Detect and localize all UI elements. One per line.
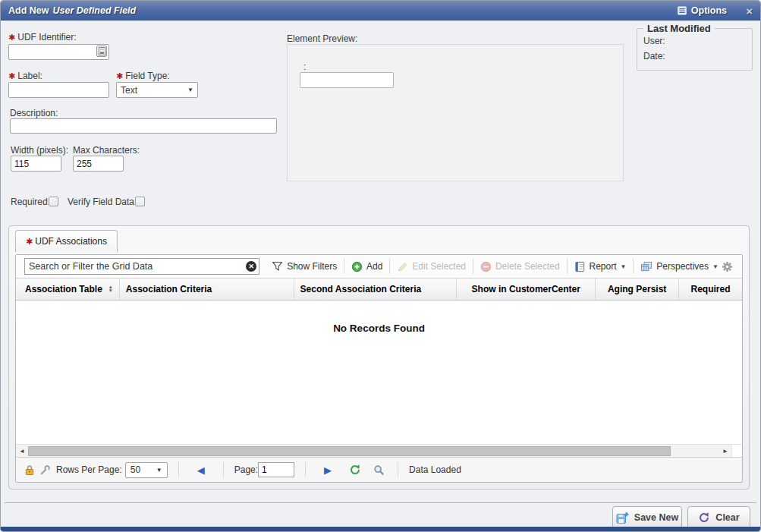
search-input[interactable]: [24, 258, 259, 275]
udf-associations-panel: ✱ UDF Associations ✕ Show Filters: [8, 225, 750, 490]
toolbar-separator: [389, 259, 390, 274]
titlebar: Add NewUser Defined Field Options ×: [1, 1, 760, 20]
udf-identifier-label: ✱UDF Identifier:: [8, 32, 77, 42]
last-modified-title: Last Modified: [643, 23, 715, 34]
verify-field-data-label: Verify Field Data:: [68, 197, 137, 207]
edit-selected-button[interactable]: Edit Selected: [394, 261, 469, 272]
perspectives-button[interactable]: Perspectives ▼: [637, 261, 722, 272]
toolbar-separator: [344, 259, 344, 274]
preview-input[interactable]: [300, 72, 394, 88]
add-udf-dialog: Add NewUser Defined Field Options × ✱UDF…: [0, 0, 761, 532]
empty-message: No Records Found: [16, 323, 742, 334]
rows-per-page-value: 50: [131, 464, 140, 475]
description-input[interactable]: [10, 118, 277, 134]
required-label: Required:: [11, 197, 50, 207]
report-icon: [574, 261, 586, 272]
rows-per-page-select[interactable]: 50 ▼: [125, 462, 168, 478]
pager-separator: [305, 462, 306, 477]
dialog-title-prefix: Add New: [8, 5, 49, 16]
options-list-icon: [677, 5, 687, 16]
report-button[interactable]: Report ▼: [571, 261, 630, 272]
next-page-icon[interactable]: ▶: [316, 464, 339, 476]
dialog-title-object: User Defined Field: [52, 5, 136, 16]
close-icon[interactable]: ×: [746, 2, 753, 19]
scrollbar-track[interactable]: [28, 445, 719, 457]
grid-toolbar: ✕ Show Filters Add: [16, 255, 742, 278]
field-type-label: ✱Field Type:: [116, 71, 170, 81]
delete-icon: [480, 261, 492, 272]
delete-selected-button[interactable]: Delete Selected: [477, 261, 563, 272]
element-preview-panel: :: [287, 44, 624, 181]
chevron-down-icon: ▼: [712, 263, 719, 270]
previous-page-icon[interactable]: ◀: [190, 464, 212, 476]
label-input[interactable]: [8, 82, 109, 98]
page-number-input[interactable]: [258, 462, 294, 477]
scrollbar-thumb[interactable]: [28, 446, 671, 456]
required-asterisk: ✱: [8, 71, 15, 80]
max-characters-input[interactable]: [73, 156, 124, 172]
required-asterisk: ✱: [8, 33, 15, 42]
horizontal-scrollbar: ◄ ►: [16, 444, 742, 457]
tab-udf-associations[interactable]: ✱ UDF Associations: [15, 230, 118, 252]
udf-identifier-field-wrap: [8, 44, 109, 60]
chevron-down-icon: ▼: [621, 263, 627, 270]
clear-button[interactable]: Clear: [687, 506, 750, 529]
delete-selected-label: Delete Selected: [495, 261, 560, 272]
perspectives-icon: [640, 261, 653, 272]
element-preview-label: Element Preview:: [287, 33, 357, 44]
pager-status: Data Loaded: [409, 464, 461, 475]
pager-separator: [178, 462, 179, 477]
show-filters-button[interactable]: Show Filters: [269, 261, 340, 272]
field-type-value: Text: [121, 85, 137, 96]
pager-separator: [223, 462, 224, 477]
lock-icon[interactable]: [22, 464, 37, 476]
verify-field-data-checkbox[interactable]: [135, 197, 145, 206]
picker-glyph-icon: [99, 47, 105, 55]
scroll-right-icon[interactable]: ►: [719, 445, 731, 457]
scroll-left-icon[interactable]: ◄: [16, 445, 28, 457]
toolbar-separator: [567, 259, 568, 274]
filter-funnel-icon: [272, 261, 283, 272]
clear-icon: [698, 512, 710, 524]
required-asterisk: ✱: [26, 237, 33, 247]
show-filters-label: Show Filters: [287, 261, 337, 272]
dialog-title: Add NewUser Defined Field: [8, 1, 136, 20]
last-modified-user: User:: [643, 36, 746, 46]
gear-icon: [722, 261, 733, 272]
column-header-second-association-criteria[interactable]: Second Association Criteria: [294, 279, 458, 300]
search-grid-icon[interactable]: [371, 464, 387, 476]
add-button[interactable]: Add: [348, 261, 385, 272]
required-checkbox[interactable]: [49, 197, 58, 206]
field-type-select[interactable]: Text ▼: [116, 82, 198, 98]
pager-separator: [398, 462, 398, 477]
last-modified-panel: Last Modified User: Date:: [637, 28, 753, 71]
grid-pager: Rows Per Page: 50 ▼ ◀ Page: ▶: [16, 457, 742, 482]
chevron-down-icon: ▼: [156, 467, 162, 474]
clear-label: Clear: [715, 512, 739, 523]
column-header-show-in-customercenter[interactable]: Show in CustomerCenter: [457, 279, 596, 300]
column-header-association-criteria[interactable]: Association Criteria: [120, 279, 294, 300]
footer-divider: [5, 502, 756, 503]
toolbar-separator: [473, 259, 473, 274]
perspectives-label: Perspectives: [656, 261, 709, 272]
grid-settings-button[interactable]: [722, 261, 733, 272]
udf-identifier-input[interactable]: [8, 44, 109, 60]
column-header-aging-persist[interactable]: Aging Persist: [596, 279, 679, 300]
required-asterisk: ✱: [116, 71, 123, 80]
edit-pencil-icon: [397, 261, 408, 272]
save-new-button[interactable]: Save New: [612, 506, 682, 529]
refresh-icon[interactable]: [347, 464, 363, 476]
grid-header-row: Association Table ▲▼ Association Criteri…: [16, 278, 742, 301]
label-label: ✱Label:: [8, 71, 42, 81]
options-label: Options: [691, 5, 727, 16]
wrench-icon[interactable]: [37, 464, 53, 476]
udf-identifier-picker-icon[interactable]: [96, 46, 107, 57]
grid-search-wrap: ✕: [24, 258, 259, 275]
width-input[interactable]: [11, 156, 61, 172]
column-header-required[interactable]: Required: [679, 279, 742, 300]
column-header-association-table[interactable]: Association Table ▲▼: [16, 279, 120, 300]
options-button[interactable]: Options: [672, 2, 731, 19]
edit-selected-label: Edit Selected: [412, 261, 466, 272]
add-icon: [351, 261, 363, 272]
toolbar-separator: [633, 259, 634, 274]
